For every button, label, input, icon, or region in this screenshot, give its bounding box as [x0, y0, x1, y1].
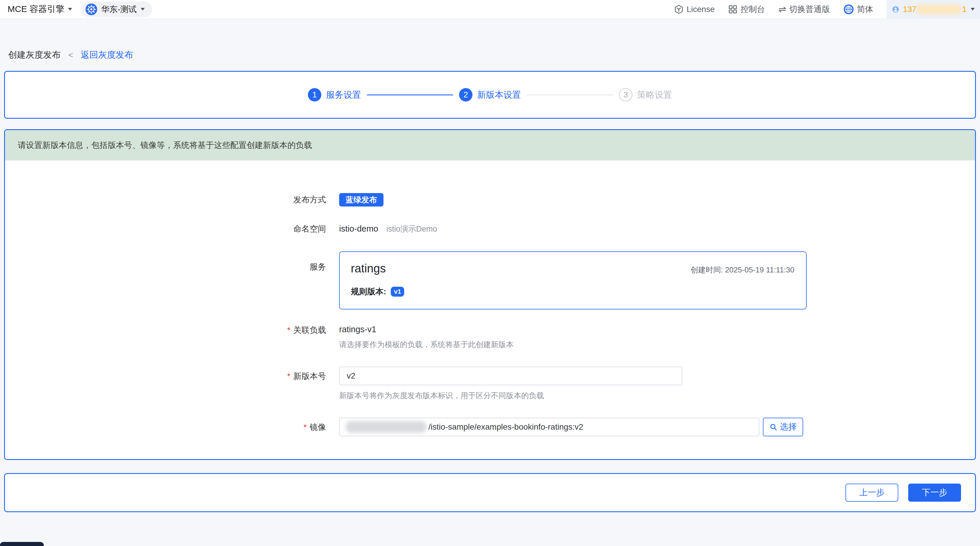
console-grid-icon: [728, 5, 738, 14]
nav-license-label: License: [687, 5, 715, 14]
service-card[interactable]: ratings 创建时间: 2025-05-19 11:11:30 规则版本: …: [339, 251, 807, 310]
service-name: ratings: [351, 262, 386, 275]
nav-console[interactable]: 控制台: [728, 4, 765, 15]
nav-switch-label: 切换普通版: [789, 4, 830, 15]
nav-console-label: 控制台: [740, 4, 765, 15]
step-connector-done: [367, 95, 453, 95]
step-2-label: 新版本设置: [477, 89, 521, 101]
namespace-description: istio演示Demo: [387, 224, 437, 234]
new-version-help: 新版本号将作为灰度发布版本标识，用于区分不同版本的负载: [339, 390, 682, 401]
rule-version-label: 规则版本:: [351, 286, 386, 297]
next-step-button[interactable]: 下一步: [908, 484, 961, 502]
image-path: /istio-sample/examples-bookinfo-ratings:…: [428, 422, 583, 432]
step-service-settings[interactable]: 1 服务设置: [308, 88, 361, 102]
step-2-circle: 2: [459, 88, 473, 102]
previous-step-button[interactable]: 上一步: [845, 484, 898, 502]
breadcrumb: 创建灰度发布 < 返回灰度发布: [0, 19, 980, 71]
required-mark: *: [304, 423, 307, 432]
new-version-input[interactable]: [339, 367, 682, 385]
workload-row: *关联负载 ratings-v1 请选择要作为模板的负载，系统将基于此创建新版本: [5, 325, 975, 350]
workload-label-wrap: *关联负载: [5, 325, 326, 350]
workload-label: 关联负载: [293, 325, 326, 335]
footer-bar: 上一步 下一步: [4, 473, 976, 512]
required-mark: *: [287, 325, 290, 335]
kubernetes-icon: [86, 3, 97, 15]
top-header: MCE 容器引擎: [0, 0, 980, 19]
cluster-name: 华东-测试: [101, 4, 137, 15]
namespace-value: istio-demo: [339, 224, 378, 233]
workload-help: 请选择要作为模板的负载，系统将基于此创建新版本: [339, 340, 514, 350]
username-prefix: 137: [903, 5, 917, 14]
bottom-left-widget[interactable]: [0, 542, 44, 546]
image-label-wrap: *镜像: [5, 417, 326, 436]
nav-license[interactable]: License: [674, 5, 715, 14]
chevron-down-icon: [141, 8, 145, 11]
release-method-badge: 蓝绿发布: [339, 193, 383, 206]
page-title: 创建灰度发布: [8, 49, 61, 61]
service-label: 服务: [5, 251, 326, 310]
stepper-panel: 1 服务设置 2 新版本设置 3 策略设置: [4, 71, 976, 119]
username: 137 1: [903, 5, 967, 14]
new-version-label-wrap: *新版本号: [5, 367, 326, 401]
new-version-row: *新版本号 新版本号将作为灰度发布版本标识，用于区分不同版本的负载: [5, 367, 975, 401]
breadcrumb-separator: <: [68, 51, 73, 60]
service-created-time: 创建时间: 2025-05-19 11:11:30: [690, 265, 794, 275]
back-link[interactable]: 返回灰度发布: [81, 49, 133, 61]
cluster-selector[interactable]: 华东-测试: [81, 2, 152, 17]
nav-language-label: 简体: [857, 4, 873, 15]
namespace-row: 命名空间 istio-demo istio演示Demo: [5, 224, 975, 235]
service-row: 服务 ratings 创建时间: 2025-05-19 11:11:30 规则版…: [5, 251, 975, 310]
new-version-label: 新版本号: [293, 371, 326, 381]
stepper: 1 服务设置 2 新版本设置 3 策略设置: [308, 88, 672, 102]
redacted-registry: [345, 421, 427, 433]
nav-language[interactable]: 简体: [843, 4, 873, 15]
image-select-button[interactable]: 选择: [763, 417, 803, 436]
user-menu[interactable]: 137 1: [887, 0, 980, 18]
globe-icon: [843, 4, 854, 14]
switch-arrows-icon: ⇌: [778, 5, 786, 14]
step-connector-pending: [527, 95, 613, 95]
product-menu[interactable]: MCE 容器引擎: [8, 3, 72, 15]
step-3-label: 策略设置: [637, 89, 672, 101]
rule-version-badge: v1: [391, 287, 404, 297]
chevron-down-icon: [68, 8, 72, 11]
image-select-label: 选择: [780, 421, 797, 433]
page: MCE 容器引擎: [0, 0, 980, 512]
image-label: 镜像: [310, 423, 326, 432]
search-icon: [769, 423, 778, 431]
avatar: [892, 3, 899, 16]
step-strategy-settings[interactable]: 3 策略设置: [619, 88, 672, 102]
release-method-row: 发布方式 蓝绿发布: [5, 193, 975, 206]
license-icon: [674, 5, 684, 14]
step-3-circle: 3: [619, 88, 632, 102]
required-mark: *: [287, 371, 290, 381]
step-1-circle: 1: [308, 88, 321, 102]
nav-switch-edition[interactable]: ⇌ 切换普通版: [778, 4, 830, 15]
notice-banner: 请设置新版本信息，包括版本号、镜像等，系统将基于这些配置创建新版本的负载: [5, 130, 975, 160]
username-suffix: 1: [962, 5, 967, 14]
release-method-label: 发布方式: [5, 194, 326, 205]
step-new-version-settings[interactable]: 2 新版本设置: [459, 88, 521, 102]
step-1-label: 服务设置: [326, 89, 361, 101]
image-row: *镜像 /istio-sample/examples-bookinfo-rati…: [5, 417, 975, 436]
workload-value: ratings-v1: [339, 325, 514, 334]
notice-text: 请设置新版本信息，包括版本号、镜像等，系统将基于这些配置创建新版本的负载: [18, 140, 312, 151]
product-title: MCE 容器引擎: [8, 3, 65, 15]
chevron-down-icon: [970, 8, 975, 11]
form-panel: 请设置新版本信息，包括版本号、镜像等，系统将基于这些配置创建新版本的负载 发布方…: [4, 129, 976, 460]
redacted-username: [917, 5, 961, 14]
image-input[interactable]: /istio-sample/examples-bookinfo-ratings:…: [339, 417, 759, 436]
namespace-label: 命名空间: [5, 224, 326, 235]
new-version-form: 发布方式 蓝绿发布 命名空间 istio-demo istio演示Demo 服务: [5, 160, 975, 436]
